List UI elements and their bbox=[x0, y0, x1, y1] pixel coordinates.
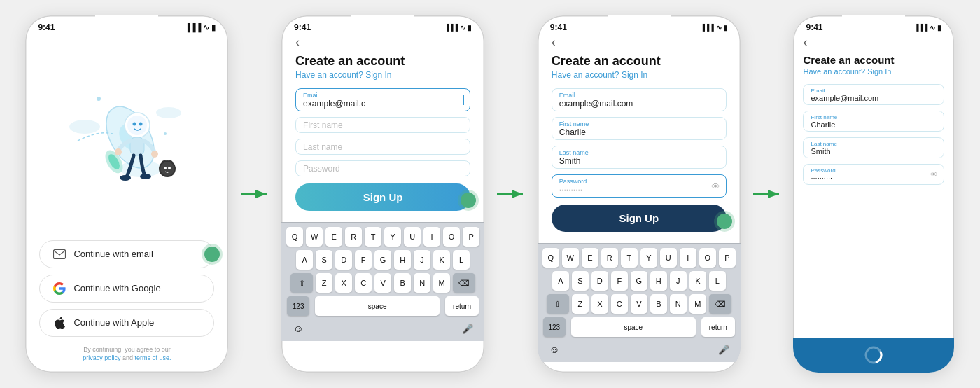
back-button-3[interactable]: ‹ bbox=[552, 35, 727, 50]
key-g[interactable]: G bbox=[374, 250, 391, 270]
key-u[interactable]: U bbox=[404, 227, 421, 247]
key-h-3[interactable]: H bbox=[650, 271, 667, 291]
email-field-2[interactable]: Email example@mail.c bbox=[295, 88, 470, 111]
firstname-field-2[interactable]: First name bbox=[295, 117, 470, 133]
key-s-3[interactable]: S bbox=[572, 271, 589, 291]
key-e-3[interactable]: E bbox=[582, 248, 598, 268]
firstname-field-3[interactable]: First name Charlie bbox=[552, 117, 727, 140]
password-field-3[interactable]: Password ·········· 👁 bbox=[552, 174, 727, 198]
key-d-3[interactable]: D bbox=[592, 271, 608, 291]
lastname-field-2[interactable]: Last name bbox=[295, 139, 470, 155]
key-t[interactable]: T bbox=[365, 227, 382, 247]
key-a-3[interactable]: A bbox=[552, 271, 569, 291]
key-n-3[interactable]: N bbox=[670, 294, 687, 314]
key-r[interactable]: R bbox=[345, 227, 362, 247]
signup-loading-button-4[interactable] bbox=[793, 338, 954, 373]
key-z[interactable]: Z bbox=[316, 273, 332, 293]
key-w-3[interactable]: W bbox=[562, 248, 579, 268]
key-l-3[interactable]: L bbox=[709, 271, 726, 291]
key-h[interactable]: H bbox=[394, 250, 411, 270]
key-u-3[interactable]: U bbox=[660, 248, 677, 268]
key-m[interactable]: M bbox=[433, 273, 450, 293]
svg-rect-13 bbox=[130, 137, 144, 155]
key-p[interactable]: P bbox=[463, 227, 479, 247]
key-space-3[interactable]: space bbox=[571, 317, 696, 337]
key-d[interactable]: D bbox=[335, 250, 352, 270]
key-n[interactable]: N bbox=[414, 273, 430, 293]
key-f[interactable]: F bbox=[355, 250, 372, 270]
key-c[interactable]: C bbox=[355, 273, 372, 293]
continue-email-button[interactable]: Continue with email bbox=[39, 240, 214, 268]
key-emoji[interactable]: ☺ bbox=[288, 319, 308, 338]
key-j[interactable]: J bbox=[414, 250, 430, 270]
key-j-3[interactable]: J bbox=[670, 271, 687, 291]
key-shift[interactable]: ⇧ bbox=[290, 273, 313, 293]
signup-button-3[interactable]: Sign Up bbox=[552, 205, 727, 232]
key-return[interactable]: return bbox=[445, 296, 479, 316]
eye-icon-3[interactable]: 👁 bbox=[711, 181, 720, 191]
eye-icon-4[interactable]: 👁 bbox=[930, 170, 938, 179]
battery-icon-4: ▮ bbox=[937, 24, 941, 32]
key-k-3[interactable]: K bbox=[690, 271, 706, 291]
spacer-4 bbox=[803, 192, 944, 338]
svg-point-17 bbox=[140, 174, 151, 179]
key-o-3[interactable]: O bbox=[699, 248, 716, 268]
svg-point-10 bbox=[127, 116, 147, 135]
key-k[interactable]: K bbox=[433, 250, 450, 270]
key-backspace-3[interactable]: ⌫ bbox=[709, 294, 732, 314]
phone3-inner: ‹ Create an account Have an account? Sig… bbox=[538, 35, 741, 373]
key-space[interactable]: space bbox=[315, 296, 440, 316]
key-o[interactable]: O bbox=[443, 227, 460, 247]
key-emoji-3[interactable]: ☺ bbox=[545, 340, 564, 359]
key-q[interactable]: Q bbox=[286, 227, 303, 247]
key-backspace[interactable]: ⌫ bbox=[453, 273, 475, 293]
key-l[interactable]: L bbox=[453, 250, 470, 270]
key-123[interactable]: 123 bbox=[287, 296, 309, 316]
privacy-link[interactable]: privacy policy bbox=[83, 354, 120, 361]
key-c-3[interactable]: C bbox=[611, 294, 628, 314]
key-s[interactable]: S bbox=[316, 250, 332, 270]
terms-link[interactable]: terms of use. bbox=[134, 354, 171, 361]
key-b[interactable]: B bbox=[394, 273, 411, 293]
firstname-field-4[interactable]: First name Charlie bbox=[803, 111, 944, 132]
key-i-3[interactable]: I bbox=[680, 248, 696, 268]
key-v-3[interactable]: V bbox=[631, 294, 648, 314]
key-123-3[interactable]: 123 bbox=[543, 317, 566, 337]
key-f-3[interactable]: F bbox=[611, 271, 628, 291]
key-a[interactable]: A bbox=[296, 250, 313, 270]
key-x[interactable]: X bbox=[335, 273, 352, 293]
sign-in-link-4[interactable]: Sign In bbox=[867, 67, 891, 76]
key-shift-3[interactable]: ⇧ bbox=[547, 294, 569, 314]
continue-google-button[interactable]: Continue with Google bbox=[39, 275, 214, 303]
key-r-3[interactable]: R bbox=[601, 248, 618, 268]
key-v[interactable]: V bbox=[374, 273, 391, 293]
lastname-field-3[interactable]: Last name Smith bbox=[552, 146, 727, 169]
key-mic-3[interactable]: 🎤 bbox=[714, 340, 734, 359]
sign-in-link-2[interactable]: Sign In bbox=[365, 70, 391, 80]
password-field-2[interactable]: Password bbox=[295, 160, 470, 176]
key-q-3[interactable]: Q bbox=[542, 248, 559, 268]
back-button-2[interactable]: ‹ bbox=[295, 35, 470, 50]
lastname-field-4[interactable]: Last name Smith bbox=[803, 137, 944, 158]
back-button-4[interactable]: ‹ bbox=[803, 35, 944, 50]
key-w[interactable]: W bbox=[306, 227, 323, 247]
key-return-3[interactable]: return bbox=[701, 317, 735, 337]
key-mic[interactable]: 🎤 bbox=[458, 319, 477, 338]
continue-apple-button[interactable]: Continue with Apple bbox=[39, 309, 214, 337]
key-t-3[interactable]: T bbox=[621, 248, 638, 268]
key-g-3[interactable]: G bbox=[631, 271, 648, 291]
email-field-4[interactable]: Email example@mail.com bbox=[803, 84, 944, 105]
key-p-3[interactable]: P bbox=[719, 248, 736, 268]
sign-in-link-3[interactable]: Sign In bbox=[622, 70, 648, 80]
key-x-3[interactable]: X bbox=[592, 294, 608, 314]
key-m-3[interactable]: M bbox=[690, 294, 706, 314]
key-y[interactable]: Y bbox=[384, 227, 401, 247]
key-z-3[interactable]: Z bbox=[572, 294, 589, 314]
email-field-3[interactable]: Email example@mail.com bbox=[552, 88, 727, 111]
key-b-3[interactable]: B bbox=[650, 294, 667, 314]
password-field-4[interactable]: Password ·········· 👁 bbox=[803, 164, 944, 185]
signup-button-2[interactable]: Sign Up bbox=[295, 183, 470, 211]
key-i[interactable]: I bbox=[424, 227, 440, 247]
key-e[interactable]: E bbox=[326, 227, 342, 247]
key-y-3[interactable]: Y bbox=[640, 248, 657, 268]
